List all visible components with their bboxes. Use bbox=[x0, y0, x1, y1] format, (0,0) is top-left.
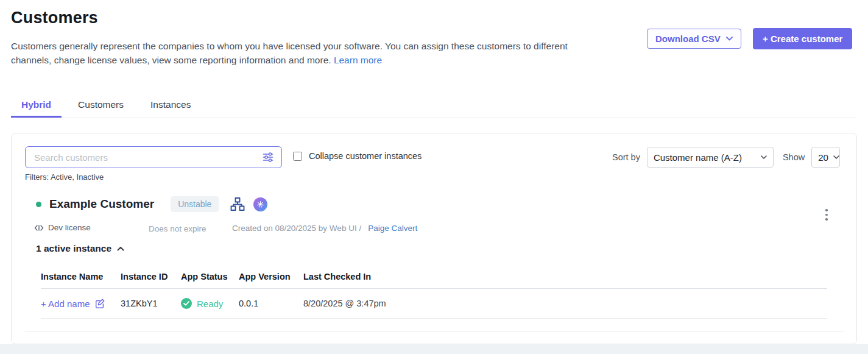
customer-active-dot-icon bbox=[36, 202, 41, 207]
col-app-version: App Version bbox=[239, 272, 303, 281]
download-csv-button[interactable]: Download CSV bbox=[647, 29, 741, 49]
license-type-label: Dev license bbox=[48, 223, 91, 232]
page-description: Customers generally represent the compan… bbox=[11, 39, 597, 67]
chevron-down-icon bbox=[833, 155, 839, 159]
customer-header: Example Customer Unstable bbox=[36, 196, 267, 212]
creator-link[interactable]: Paige Calvert bbox=[368, 224, 417, 233]
collapse-instances-control: Collapse customer instances bbox=[293, 151, 422, 161]
instances-table: Instance Name Instance ID App Status App… bbox=[41, 268, 827, 319]
learn-more-link[interactable]: Learn more bbox=[334, 55, 382, 65]
show-select[interactable]: 20 bbox=[811, 147, 840, 168]
show-label: Show bbox=[783, 152, 805, 162]
page-title: Customers bbox=[11, 9, 98, 27]
license-type: Dev license bbox=[34, 223, 91, 232]
sort-controls: Sort by Customer name (A-Z) Show 20 bbox=[612, 147, 840, 168]
channel-badge: Unstable bbox=[171, 196, 219, 212]
created-text: Created on 08/20/2025 by Web UI / bbox=[232, 224, 361, 233]
tab-hybrid[interactable]: Hybrid bbox=[11, 94, 62, 118]
create-customer-button[interactable]: + Create customer bbox=[753, 28, 852, 49]
filter-sliders-icon[interactable] bbox=[262, 151, 274, 163]
show-select-value: 20 bbox=[818, 152, 828, 163]
search-input[interactable] bbox=[33, 152, 257, 163]
chevron-up-icon bbox=[117, 246, 124, 251]
collapse-instances-checkbox[interactable] bbox=[293, 152, 302, 161]
sort-by-label: Sort by bbox=[612, 152, 640, 162]
app-status-label: Ready bbox=[197, 299, 223, 309]
page-description-text: Customers generally represent the compan… bbox=[11, 41, 568, 65]
instance-id: 31ZKbY1 bbox=[121, 299, 181, 308]
customer-menu-kebab-icon[interactable] bbox=[824, 207, 830, 222]
instance-row: + Add name 31ZKbY1 bbox=[41, 289, 827, 319]
customers-panel: Collapse customer instances Sort by Cust… bbox=[11, 133, 857, 344]
col-instance-name: Instance Name bbox=[41, 272, 121, 281]
page-bottom-background bbox=[0, 344, 868, 354]
last-checked-in: 8/20/2025 @ 3:47pm bbox=[303, 299, 827, 308]
org-chart-icon bbox=[230, 197, 245, 211]
chevron-down-icon bbox=[726, 37, 733, 41]
tab-instances[interactable]: Instances bbox=[140, 94, 201, 118]
customer-name[interactable]: Example Customer bbox=[49, 197, 154, 211]
col-last-checked-in: Last Checked In bbox=[303, 272, 827, 281]
col-instance-id: Instance ID bbox=[121, 272, 181, 281]
app-status: Ready bbox=[181, 298, 239, 309]
code-brackets-icon bbox=[34, 224, 44, 232]
col-app-status: App Status bbox=[181, 272, 239, 281]
chevron-down-icon bbox=[761, 155, 767, 159]
sort-select[interactable]: Customer name (A-Z) bbox=[647, 147, 774, 168]
license-expiration: Does not expire bbox=[149, 224, 206, 233]
tab-bar: Hybrid Customers Instances bbox=[11, 94, 857, 118]
sort-select-value: Customer name (A-Z) bbox=[654, 152, 742, 163]
search-box bbox=[25, 146, 282, 168]
active-filters-summary: Filters: Active, Inactive bbox=[25, 172, 104, 182]
app-version: 0.0.1 bbox=[239, 299, 303, 308]
tab-customers[interactable]: Customers bbox=[68, 94, 134, 118]
kubernetes-icon bbox=[253, 197, 267, 211]
license-created-info: Created on 08/20/2025 by Web UI / Paige … bbox=[232, 224, 417, 233]
instances-summary: 1 active instance bbox=[36, 243, 111, 254]
instances-toggle[interactable]: 1 active instance bbox=[36, 243, 124, 254]
check-circle-icon bbox=[181, 298, 192, 309]
collapse-instances-label: Collapse customer instances bbox=[309, 151, 422, 161]
add-instance-name-link[interactable]: + Add name bbox=[41, 298, 121, 309]
edit-pencil-icon bbox=[94, 298, 105, 309]
add-name-label: + Add name bbox=[41, 299, 90, 309]
instances-table-header: Instance Name Instance ID App Status App… bbox=[41, 268, 827, 289]
download-csv-label: Download CSV bbox=[655, 34, 721, 44]
customers-page: Customers Customers generally represent … bbox=[0, 0, 868, 354]
customer-section-divider bbox=[25, 331, 844, 331]
